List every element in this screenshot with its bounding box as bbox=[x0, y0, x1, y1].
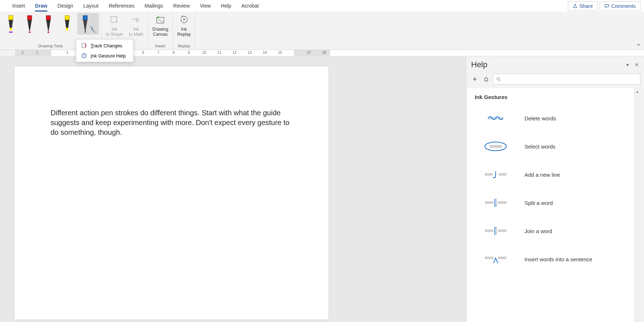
svg-rect-26 bbox=[498, 257, 506, 259]
pen-red-1[interactable] bbox=[21, 13, 38, 35]
help-pane: Help ▾ ✕ Ink Gestures bbox=[466, 56, 644, 322]
workspace-gap bbox=[386, 56, 466, 322]
gesture-row-insert: Insert words into a sentence bbox=[475, 248, 627, 276]
comment-icon bbox=[604, 4, 609, 9]
svg-rect-25 bbox=[485, 257, 493, 259]
ribbon-tab-draw[interactable]: Draw bbox=[30, 1, 52, 11]
ribbon-tab-view[interactable]: View bbox=[195, 1, 216, 11]
svg-point-8 bbox=[84, 31, 86, 33]
document-page[interactable]: Different action pen strokes do differen… bbox=[14, 66, 328, 319]
drawing-canvas-icon bbox=[155, 15, 165, 25]
gesture-newline-label: Add a new line bbox=[525, 172, 560, 178]
ribbon-tab-design[interactable]: Design bbox=[52, 1, 78, 11]
help-home-button[interactable] bbox=[481, 74, 491, 84]
ruler-mark: 8 bbox=[173, 51, 175, 55]
share-button[interactable]: Share bbox=[568, 1, 597, 11]
help-pane-title: Help bbox=[471, 60, 487, 69]
ruler-mark: 2 bbox=[22, 51, 24, 55]
ink-to-math-button: Inkto Math bbox=[127, 13, 145, 38]
scroll-up-arrow[interactable]: ▴ bbox=[634, 88, 640, 95]
gesture-delete-icon bbox=[481, 111, 510, 125]
track-changes-icon bbox=[81, 43, 87, 48]
help-back-button[interactable] bbox=[470, 74, 480, 84]
help-circle-icon: ? bbox=[81, 53, 87, 59]
help-scrollbar[interactable]: ▴ bbox=[634, 88, 640, 322]
dropdown-track-changes[interactable]: Track Changes bbox=[76, 40, 133, 51]
ruler-mark: 9 bbox=[188, 51, 190, 55]
pen-highlighter-yellow-2[interactable] bbox=[58, 13, 76, 35]
group-replay: InkReplay Replay bbox=[173, 12, 195, 50]
gesture-select-label: Select words bbox=[525, 143, 556, 150]
help-search-box[interactable] bbox=[493, 74, 640, 85]
ruler-mark: 1 bbox=[36, 51, 38, 55]
gesture-insert-icon bbox=[481, 252, 510, 266]
ruler-mark: 14 bbox=[263, 51, 267, 55]
ruler-mark: 17 bbox=[307, 51, 311, 55]
gesture-row-delete: Delete words bbox=[475, 107, 627, 135]
gesture-newline-icon bbox=[481, 167, 510, 182]
gesture-join-label: Join a word bbox=[525, 228, 552, 234]
svg-rect-23 bbox=[485, 229, 493, 232]
ruler-mark: 11 bbox=[217, 51, 221, 55]
ink-replay-button[interactable]: InkReplay bbox=[175, 13, 193, 38]
svg-rect-17 bbox=[489, 145, 502, 148]
ribbon-tab-mailings[interactable]: Mailings bbox=[139, 1, 168, 11]
ribbon-content: Drawing Tools Inkto Shape Inkto Math Dra… bbox=[0, 12, 644, 50]
pen-action-blue[interactable] bbox=[77, 13, 99, 35]
dropdown-ink-gesture-help[interactable]: ? Ink Gesture Help bbox=[76, 51, 133, 61]
gesture-row-newline: Add a new line bbox=[475, 163, 627, 191]
svg-rect-9 bbox=[111, 17, 117, 22]
highlighter-yellow-icon-2 bbox=[62, 15, 73, 33]
svg-rect-21 bbox=[485, 201, 493, 204]
replay-group-label: Replay bbox=[175, 43, 193, 49]
ribbon-tab-references[interactable]: References bbox=[104, 1, 140, 11]
help-search-input[interactable] bbox=[503, 77, 637, 82]
comments-button[interactable]: Comments bbox=[600, 1, 640, 11]
ruler-mark: 1 bbox=[66, 51, 69, 55]
gesture-delete-label: Delete words bbox=[525, 115, 556, 121]
ribbon-tab-insert[interactable]: Insert bbox=[7, 1, 30, 11]
drawing-canvas-button[interactable]: DrawingCanvas bbox=[150, 13, 170, 38]
document-area[interactable]: Different action pen strokes do differen… bbox=[0, 56, 386, 322]
ink-to-shape-icon bbox=[109, 15, 119, 25]
document-body-text[interactable]: Different action pen strokes do differen… bbox=[51, 108, 292, 137]
highlighter-yellow-icon bbox=[5, 15, 16, 33]
share-icon bbox=[573, 4, 578, 9]
gesture-split-icon bbox=[481, 196, 510, 210]
gesture-split-label: Split a word bbox=[525, 200, 553, 206]
ink-to-math-icon bbox=[131, 15, 141, 25]
arrow-left-icon bbox=[472, 76, 478, 82]
ruler-mark: 18 bbox=[322, 51, 326, 55]
ink-replay-label: InkReplay bbox=[177, 27, 191, 37]
ribbon-tab-acrobat[interactable]: Acrobat bbox=[236, 1, 264, 11]
help-card: Ink Gestures Delete words Select words bbox=[467, 88, 634, 322]
svg-rect-1 bbox=[9, 31, 13, 33]
ribbon-tab-review[interactable]: Review bbox=[168, 1, 195, 11]
pen-red-2[interactable] bbox=[40, 13, 57, 35]
svg-rect-22 bbox=[498, 201, 506, 204]
svg-rect-7 bbox=[83, 16, 87, 20]
pen-red-icon-2 bbox=[43, 15, 54, 33]
ruler-mark: 15 bbox=[278, 51, 282, 55]
drawing-canvas-label: DrawingCanvas bbox=[152, 27, 168, 37]
pen-highlighter-yellow[interactable] bbox=[2, 13, 19, 35]
ink-to-shape-label: Inkto Shape bbox=[106, 27, 123, 37]
chevron-up-icon bbox=[636, 42, 641, 47]
ruler-mark: 10 bbox=[202, 51, 206, 55]
home-icon bbox=[483, 76, 489, 82]
ink-gesture-help-label: Ink Gesture Help bbox=[91, 53, 126, 59]
ribbon-tab-help[interactable]: Help bbox=[216, 1, 236, 11]
gesture-join-icon bbox=[481, 224, 510, 238]
help-pane-options-button[interactable]: ▾ bbox=[626, 62, 629, 68]
ribbon-tab-layout[interactable]: Layout bbox=[78, 1, 104, 11]
help-pane-close-button[interactable]: ✕ bbox=[635, 62, 639, 68]
group-insert: DrawingCanvas Insert bbox=[148, 12, 173, 50]
ribbon-tabs: Insert Draw Design Layout References Mai… bbox=[0, 0, 644, 12]
comments-label: Comments bbox=[611, 3, 636, 9]
collapse-ribbon-chevron[interactable] bbox=[636, 42, 641, 48]
workspace: Different action pen strokes do differen… bbox=[0, 56, 644, 322]
gesture-row-select: Select words bbox=[475, 135, 627, 163]
ruler-mark: 6 bbox=[142, 51, 144, 55]
ruler-mark: 13 bbox=[248, 51, 252, 55]
ink-replay-icon bbox=[179, 15, 189, 25]
